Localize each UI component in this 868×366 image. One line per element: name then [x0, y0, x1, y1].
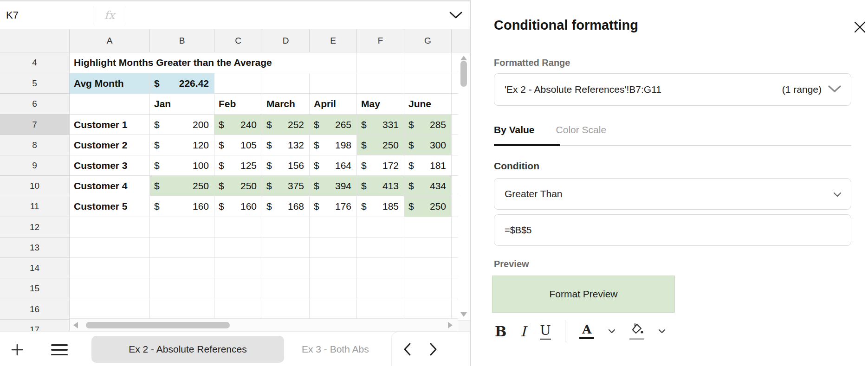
row-header-5[interactable]: 5 — [0, 73, 70, 94]
cell-A12[interactable] — [70, 217, 150, 238]
cell-F4[interactable] — [357, 52, 404, 73]
italic-button[interactable]: I — [520, 323, 526, 340]
chevron-down-icon[interactable] — [608, 329, 615, 334]
cell-F12[interactable] — [357, 217, 404, 238]
scroll-right-icon[interactable] — [448, 322, 453, 328]
cell-C16[interactable] — [214, 299, 262, 320]
cell-C13[interactable] — [214, 238, 262, 258]
cell-F11[interactable]: $185 — [357, 196, 404, 217]
cell-F16[interactable] — [357, 299, 404, 320]
horizontal-scrollbar[interactable] — [70, 318, 458, 331]
cell-D6[interactable]: March — [262, 94, 310, 115]
cell-D16[interactable] — [262, 299, 310, 320]
row-header-14[interactable]: 14 — [0, 258, 70, 278]
cell-E16[interactable] — [310, 299, 357, 320]
cell-F15[interactable] — [357, 278, 404, 299]
name-box[interactable]: K7 — [0, 9, 93, 21]
row-header-9[interactable]: 9 — [0, 155, 70, 176]
cell-E13[interactable] — [310, 238, 357, 258]
row-header-8[interactable]: 8 — [0, 135, 70, 155]
scroll-down-icon[interactable] — [460, 312, 467, 317]
cell-F6[interactable]: May — [357, 94, 404, 115]
cell-F7[interactable]: $331 — [357, 115, 404, 135]
fill-color-button[interactable] — [629, 322, 644, 340]
cell-A14[interactable] — [70, 258, 150, 278]
cell-D13[interactable] — [262, 238, 310, 258]
cell-G10[interactable]: $434 — [404, 176, 452, 196]
hamburger-icon[interactable] — [51, 344, 68, 355]
cell-B14[interactable] — [150, 258, 214, 278]
cell-D10[interactable]: $375 — [262, 176, 310, 196]
cell-G11[interactable]: $250 — [404, 196, 452, 217]
cell-B16[interactable] — [150, 299, 214, 320]
cell-F8[interactable]: $250 — [357, 135, 404, 155]
cell-G12[interactable] — [404, 217, 452, 238]
cell-G14[interactable] — [404, 258, 452, 278]
cell-A16[interactable] — [70, 299, 150, 320]
cell-E12[interactable] — [310, 217, 357, 238]
formatted-range-selector[interactable]: 'Ex 2 - Absolute References'!B7:G11 (1 r… — [494, 73, 851, 106]
cell-E10[interactable]: $394 — [310, 176, 357, 196]
underline-button[interactable]: U — [540, 323, 551, 340]
add-sheet-button[interactable] — [10, 343, 24, 357]
cell-E8[interactable]: $198 — [310, 135, 357, 155]
vertical-scrollbar-thumb[interactable] — [460, 61, 467, 87]
row-header-12[interactable]: 12 — [0, 217, 70, 238]
col-header-C[interactable]: C — [214, 29, 262, 52]
scroll-left-icon[interactable] — [73, 322, 78, 328]
row-header-11[interactable]: 11 — [0, 196, 70, 217]
cell-E15[interactable] — [310, 278, 357, 299]
cell-A7[interactable]: Customer 1 — [70, 115, 150, 135]
vertical-scrollbar[interactable] — [458, 29, 470, 331]
cell-B13[interactable] — [150, 238, 214, 258]
cell-G6[interactable]: June — [404, 94, 452, 115]
cell-D11[interactable]: $168 — [262, 196, 310, 217]
cell-B7[interactable]: $200 — [150, 115, 214, 135]
cell-B12[interactable] — [150, 217, 214, 238]
tab-by-value[interactable]: By Value — [494, 124, 535, 137]
cell-C9[interactable]: $125 — [214, 155, 262, 176]
close-icon[interactable] — [852, 19, 867, 34]
cell-G9[interactable]: $181 — [404, 155, 452, 176]
cell-C11[interactable]: $160 — [214, 196, 262, 217]
cell-C5[interactable] — [214, 73, 262, 94]
cell-B15[interactable] — [150, 278, 214, 299]
cell-A13[interactable] — [70, 238, 150, 258]
cell-C7[interactable]: $240 — [214, 115, 262, 135]
col-header-A[interactable]: A — [70, 29, 150, 52]
cell-G5[interactable] — [404, 73, 452, 94]
cell-B9[interactable]: $100 — [150, 155, 214, 176]
sheet-tab-ex3[interactable]: Ex 3 - Both Abs — [302, 332, 391, 366]
cell-C15[interactable] — [214, 278, 262, 299]
cell-D14[interactable] — [262, 258, 310, 278]
col-header-G[interactable]: G — [404, 29, 452, 52]
cell-D8[interactable]: $132 — [262, 135, 310, 155]
condition-dropdown[interactable]: Greater Than — [494, 178, 851, 210]
cell-G7[interactable]: $285 — [404, 115, 452, 135]
select-all-corner[interactable] — [0, 29, 70, 52]
cell-F13[interactable] — [357, 238, 404, 258]
row-header-6[interactable]: 6 — [0, 94, 70, 115]
cell-B10[interactable]: $250 — [150, 176, 214, 196]
cell-A5[interactable]: Avg Month — [70, 73, 150, 94]
cell-E6[interactable]: April — [310, 94, 357, 115]
cell-A15[interactable] — [70, 278, 150, 299]
formula-input[interactable] — [126, 1, 442, 29]
cell-A10[interactable]: Customer 4 — [70, 176, 150, 196]
cell-C10[interactable]: $250 — [214, 176, 262, 196]
chevron-down-icon[interactable] — [442, 11, 470, 19]
row-header-7[interactable]: 7 — [0, 115, 70, 135]
tab-color-scale[interactable]: Color Scale — [556, 124, 607, 137]
cell-A11[interactable]: Customer 5 — [70, 196, 150, 217]
cell-F5[interactable] — [357, 73, 404, 94]
col-header-D[interactable]: D — [262, 29, 310, 52]
cell-E14[interactable] — [310, 258, 357, 278]
condition-value-input[interactable]: =$B$5 — [494, 214, 851, 246]
chevron-right-icon[interactable] — [426, 342, 440, 356]
bold-button[interactable]: B — [495, 323, 506, 340]
cell-F9[interactable]: $172 — [357, 155, 404, 176]
row-header-16[interactable]: 16 — [0, 299, 70, 320]
cell-D15[interactable] — [262, 278, 310, 299]
row-header-4[interactable]: 4 — [0, 52, 70, 73]
cell-G4[interactable] — [404, 52, 452, 73]
